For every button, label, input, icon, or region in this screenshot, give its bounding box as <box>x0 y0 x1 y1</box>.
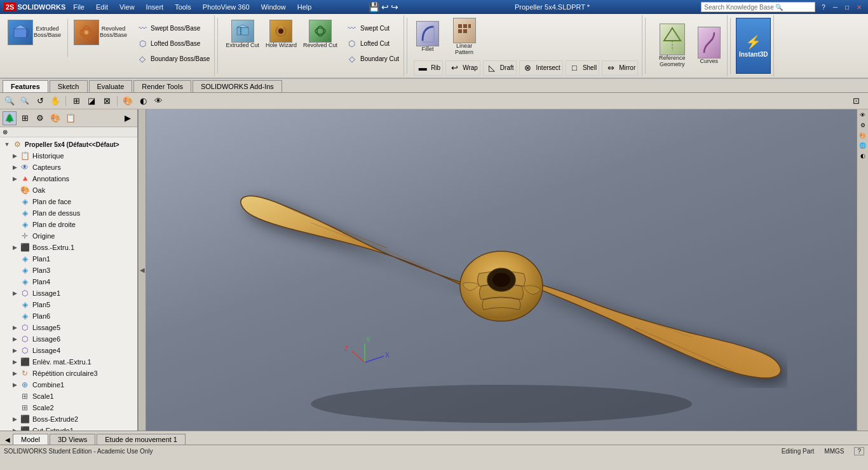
rp-settings-btn[interactable]: ⚙ <box>858 121 867 130</box>
tree-item-lissage5[interactable]: ▶⬡Lissage5 <box>0 322 137 333</box>
fullscreen-btn[interactable]: ⊡ <box>849 95 863 107</box>
custom-prop-icon[interactable]: 📋 <box>64 111 78 125</box>
tree-item-repetition-circ3[interactable]: ▶↻Répétition circulaire3 <box>0 368 137 379</box>
feature-tree[interactable]: ▼ ⚙ Propeller 5x4 (Défaut<<Défaut> ▶📋His… <box>0 137 137 431</box>
btab-3dviews[interactable]: 3D Views <box>50 434 95 445</box>
tree-item-historique[interactable]: ▶📋Historique <box>0 150 137 162</box>
tree-item-scale2[interactable]: ⊞Scale2 <box>0 402 137 413</box>
tree-item-scale1[interactable]: ⊞Scale1 <box>0 391 137 402</box>
tree-item-plan-de-face[interactable]: ◈Plan de face <box>0 196 137 207</box>
lofted-cut-btn[interactable]: ⬡ Lofted Cut <box>344 36 401 51</box>
tab-features[interactable]: Features <box>3 80 48 92</box>
tree-item-plan-de-droite[interactable]: ◈Plan de droite <box>0 219 137 230</box>
menu-edit[interactable]: Edit <box>93 2 111 12</box>
zoom-in-btn[interactable]: 🔍 <box>3 95 17 107</box>
tree-item-annotations[interactable]: ▶🔺Annotations <box>0 173 137 184</box>
draft-btn[interactable]: ◺ Draft <box>483 60 517 76</box>
swept-cut-btn[interactable]: 〰 Swept Cut <box>344 20 401 36</box>
tree-arrow-annotations[interactable]: ▶ <box>10 176 19 182</box>
intersect-btn[interactable]: ⊗ Intersect <box>519 60 563 76</box>
undo-icon[interactable]: ↩ <box>381 2 389 12</box>
tree-item-plan4[interactable]: ◈Plan4 <box>0 276 137 287</box>
tree-arrow-combine1[interactable]: ▶ <box>10 382 19 388</box>
boundary-boss-btn[interactable]: ◇ Boundary Boss/Base <box>134 51 212 66</box>
tree-arrow-capteurs[interactable]: ▶ <box>10 164 19 170</box>
tree-item-lissage6[interactable]: ▶⬡Lissage6 <box>0 333 137 345</box>
view-rotate-btn[interactable]: ↺ <box>33 95 47 107</box>
tree-item-plan-de-dessus[interactable]: ◈Plan de dessus <box>0 207 137 219</box>
tree-item-boss-extru1[interactable]: ▶⬛Boss.-Extru.1 <box>0 242 137 253</box>
tree-root[interactable]: ▼ ⚙ Propeller 5x4 (Défaut<<Défaut> <box>0 139 137 150</box>
tree-item-cut-extrude1[interactable]: ▶⬛Cut-Extrude1 <box>0 425 137 431</box>
swept-boss-btn[interactable]: 〰 Swept Boss/Base <box>134 20 212 36</box>
display-style-btn[interactable]: ◐ <box>136 95 150 107</box>
search-box[interactable]: Search Knowledge Base 🔍 <box>701 2 815 12</box>
tree-item-plan3[interactable]: ◈Plan3 <box>0 265 137 276</box>
revolved-boss-btn[interactable]: Revolved Boss/Base <box>71 18 130 47</box>
hole-wizard-btn[interactable]: Hole Wizard <box>263 18 299 51</box>
linear-pattern-btn[interactable]: Linear Pattern <box>444 16 484 58</box>
view-orientation-btn[interactable]: ⊞ <box>69 95 83 107</box>
lofted-boss-btn[interactable]: ⬡ Lofted Boss/Base <box>134 36 212 51</box>
tab-addins[interactable]: SOLIDWORKS Add-Ins <box>193 80 282 92</box>
tree-item-plan1[interactable]: ◈Plan1 <box>0 253 137 265</box>
fillet-btn[interactable]: Fillet <box>414 19 442 55</box>
btab-model[interactable]: Model <box>13 434 48 445</box>
property-icon[interactable]: ⊞ <box>18 111 32 125</box>
tree-arrow-lissage4[interactable]: ▶ <box>10 347 19 354</box>
help-btn[interactable]: ? <box>819 3 828 11</box>
menu-tools[interactable]: Tools <box>172 2 194 12</box>
menu-photoview[interactable]: PhotoView 360 <box>200 2 252 12</box>
minimize-btn[interactable]: ─ <box>831 3 840 11</box>
hide-show-btn[interactable]: 👁 <box>151 95 165 107</box>
tree-arrow-enlev-mat-extru1[interactable]: ▶ <box>10 359 19 365</box>
shell-btn[interactable]: □ Shell <box>566 60 599 76</box>
extruded-cut-btn[interactable]: Extruded Cut <box>223 18 262 51</box>
rib-btn[interactable]: ▬ Rib <box>414 60 443 76</box>
view-section-btn[interactable]: ⊠ <box>100 95 114 107</box>
tree-arrow-boss-extrude2[interactable]: ▶ <box>10 416 19 422</box>
tree-arrow-lissage1[interactable]: ▶ <box>10 290 19 296</box>
wrap-btn[interactable]: ↩ Wrap <box>445 60 480 76</box>
tree-arrow-historique[interactable]: ▶ <box>10 153 19 159</box>
tree-item-oak[interactable]: 🎨Oak <box>0 184 137 196</box>
zoom-out-btn[interactable]: 🔍 <box>18 95 32 107</box>
rp-appearance-btn[interactable]: 🎨 <box>858 131 867 140</box>
tree-arrow-repetition-circ3[interactable]: ▶ <box>10 370 19 377</box>
curves-btn[interactable]: Curves <box>695 25 723 67</box>
rp-scene-btn[interactable]: 🌐 <box>858 141 867 150</box>
3d-viewport[interactable]: X Y Z <box>146 109 857 431</box>
config-icon[interactable]: ⚙ <box>33 111 47 125</box>
appearance-btn[interactable]: 🎨 <box>121 95 135 107</box>
rp-display-btn[interactable]: ◐ <box>858 151 867 160</box>
panel-collapse-handle[interactable]: ◀ <box>139 109 146 431</box>
redo-icon[interactable]: ↪ <box>391 2 398 12</box>
tree-item-boss-extrude2[interactable]: ▶⬛Boss-Extrude2 <box>0 413 137 425</box>
status-help-btn[interactable]: ? <box>854 447 864 455</box>
tree-item-lissage1[interactable]: ▶⬡Lissage1 <box>0 287 137 299</box>
tab-sketch[interactable]: Sketch <box>50 80 88 92</box>
tree-arrow-lissage6[interactable]: ▶ <box>10 336 19 342</box>
tree-item-origine[interactable]: ✛Origine <box>0 230 137 242</box>
revolved-cut-btn[interactable]: Revolved Cut <box>301 18 340 51</box>
quickaccess-icon[interactable]: 💾 <box>369 2 379 12</box>
expand-panel-btn[interactable]: ▶ <box>121 111 135 125</box>
view-3d-btn[interactable]: ◪ <box>85 95 98 107</box>
reference-geometry-btn[interactable]: Reference Geometry <box>652 22 692 70</box>
tab-render-tools[interactable]: Render Tools <box>133 80 191 92</box>
extruded-boss-btn[interactable]: Extruded Boss/Base <box>5 18 64 47</box>
tree-item-plan5[interactable]: ◈Plan5 <box>0 299 137 310</box>
close-btn[interactable]: ✕ <box>854 3 864 11</box>
maximize-btn[interactable]: □ <box>843 3 851 11</box>
tree-item-combine1[interactable]: ▶⊕Combine1 <box>0 379 137 391</box>
menu-help[interactable]: Help <box>295 2 315 12</box>
tree-item-lissage4[interactable]: ▶⬡Lissage4 <box>0 345 137 356</box>
menu-view[interactable]: View <box>117 2 137 12</box>
menu-file[interactable]: File <box>71 2 87 12</box>
menu-insert[interactable]: Insert <box>144 2 166 12</box>
rp-view-btn[interactable]: 👁 <box>858 111 867 120</box>
tree-arrow-cut-extrude1[interactable]: ▶ <box>10 427 19 431</box>
menu-window[interactable]: Window <box>259 2 288 12</box>
tree-item-capteurs[interactable]: ▶👁Capteurs <box>0 162 137 173</box>
tree-arrow-boss-extru1[interactable]: ▶ <box>10 244 19 251</box>
